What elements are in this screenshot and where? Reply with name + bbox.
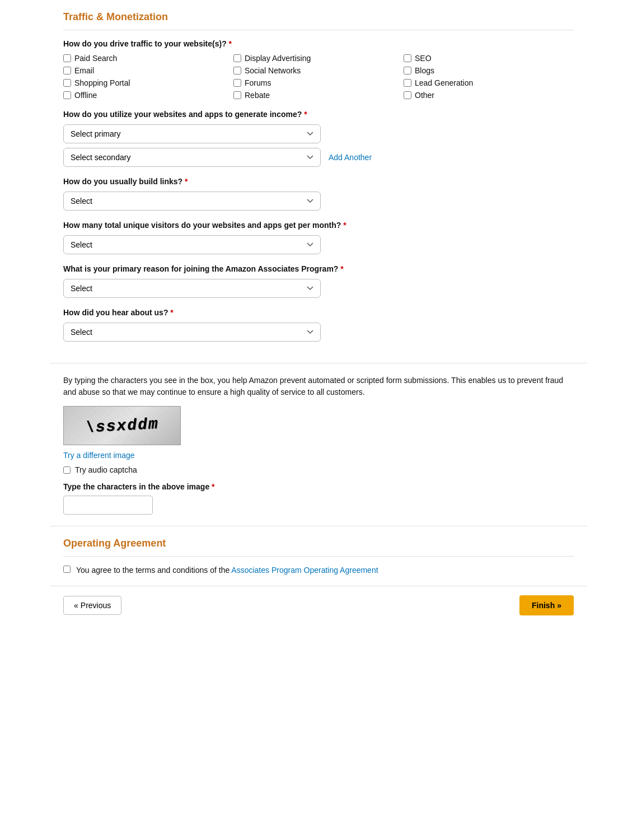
checkbox-forums[interactable]: Forums: [233, 78, 404, 87]
finish-label: Finish: [532, 601, 555, 610]
try-different-link[interactable]: Try a different image: [63, 451, 135, 460]
q3-select-row: Select: [63, 192, 574, 211]
agreement-link[interactable]: Associates Program Operating Agreement: [231, 566, 378, 575]
income-secondary-select[interactable]: Select secondary: [63, 148, 321, 167]
audio-captcha-row: Try audio captcha: [63, 465, 574, 474]
section-title-traffic: Traffic & Monetization: [63, 11, 574, 23]
agreement-row: You agree to the terms and conditions of…: [63, 566, 574, 575]
q1-label: How do you drive traffic to your website…: [63, 39, 574, 48]
checkbox-offline-input[interactable]: [63, 91, 71, 99]
checkbox-blogs-input[interactable]: [404, 67, 411, 74]
checkbox-display-advertising-input[interactable]: [233, 54, 241, 62]
prev-label: Previous: [81, 601, 111, 610]
checkbox-rebate[interactable]: Rebate: [233, 91, 404, 100]
checkbox-shopping-portal[interactable]: Shopping Portal: [63, 78, 233, 87]
q6-select-row: Select: [63, 323, 574, 342]
operating-agreement-title: Operating Agreement: [63, 538, 574, 549]
checkbox-seo[interactable]: SEO: [404, 54, 574, 63]
captcha-input-label: Type the characters in the above image *: [63, 482, 574, 491]
q2-secondary-row: Select secondary Add Another: [63, 148, 574, 167]
q1-block: How do you drive traffic to your website…: [63, 39, 574, 100]
captcha-text: \ssxddm: [84, 415, 160, 436]
q2-block: How do you utilize your websites and app…: [63, 110, 574, 167]
captcha-image: \ssxddm: [63, 406, 181, 445]
traffic-monetization-section: Traffic & Monetization How do you drive …: [50, 0, 587, 363]
q2-primary-row: Select primary: [63, 124, 574, 143]
checkbox-paid-search-input[interactable]: [63, 54, 71, 62]
q5-select-row: Select: [63, 279, 574, 298]
checkbox-social-networks-input[interactable]: [233, 67, 241, 74]
checkbox-offline[interactable]: Offline: [63, 91, 233, 100]
checkbox-other-input[interactable]: [404, 91, 411, 99]
q4-block: How many total unique visitors do your w…: [63, 221, 574, 254]
finish-button[interactable]: Finish »: [519, 595, 574, 615]
q5-block: What is your primary reason for joining …: [63, 264, 574, 298]
footer-section: « Previous Finish »: [50, 586, 587, 624]
q6-block: How did you hear about us? * Select: [63, 308, 574, 342]
operating-agreement-section: Operating Agreement You agree to the ter…: [50, 526, 587, 586]
q3-block: How do you usually build links? * Select: [63, 177, 574, 211]
prev-icon: «: [74, 601, 78, 610]
checkbox-rebate-input[interactable]: [233, 91, 241, 99]
checkbox-email-input[interactable]: [63, 67, 71, 74]
captcha-description: By typing the characters you see in the …: [63, 375, 574, 398]
unique-visitors-select[interactable]: Select: [63, 235, 321, 254]
q3-label: How do you usually build links? *: [63, 177, 574, 186]
traffic-checkbox-grid: Paid Search Display Advertising SEO Emai…: [63, 54, 574, 100]
checkbox-shopping-portal-input[interactable]: [63, 79, 71, 87]
checkbox-blogs[interactable]: Blogs: [404, 66, 574, 75]
q5-label: What is your primary reason for joining …: [63, 264, 574, 273]
checkbox-email[interactable]: Email: [63, 66, 233, 75]
audio-captcha-label[interactable]: Try audio captcha: [75, 465, 137, 474]
checkbox-other[interactable]: Other: [404, 91, 574, 100]
checkbox-seo-input[interactable]: [404, 54, 411, 62]
add-another-link[interactable]: Add Another: [329, 153, 372, 162]
captcha-section: By typing the characters you see in the …: [50, 363, 587, 526]
checkbox-lead-generation-input[interactable]: [404, 79, 411, 87]
checkbox-forums-input[interactable]: [233, 79, 241, 87]
checkbox-social-networks[interactable]: Social Networks: [233, 66, 404, 75]
audio-captcha-checkbox[interactable]: [63, 466, 71, 474]
checkbox-display-advertising[interactable]: Display Advertising: [233, 54, 404, 63]
finish-icon: »: [557, 601, 561, 610]
agreement-checkbox[interactable]: [63, 566, 71, 573]
agreement-text: You agree to the terms and conditions of…: [76, 566, 378, 575]
q6-label: How did you hear about us? *: [63, 308, 574, 317]
captcha-text-input[interactable]: [63, 496, 153, 515]
checkbox-lead-generation[interactable]: Lead Generation: [404, 78, 574, 87]
previous-button[interactable]: « Previous: [63, 596, 121, 615]
primary-reason-select[interactable]: Select: [63, 279, 321, 298]
checkbox-paid-search[interactable]: Paid Search: [63, 54, 233, 63]
q4-label: How many total unique visitors do your w…: [63, 221, 574, 230]
q2-label: How do you utilize your websites and app…: [63, 110, 574, 119]
income-primary-select[interactable]: Select primary: [63, 124, 321, 143]
q4-select-row: Select: [63, 235, 574, 254]
build-links-select[interactable]: Select: [63, 192, 321, 211]
hear-about-select[interactable]: Select: [63, 323, 321, 342]
